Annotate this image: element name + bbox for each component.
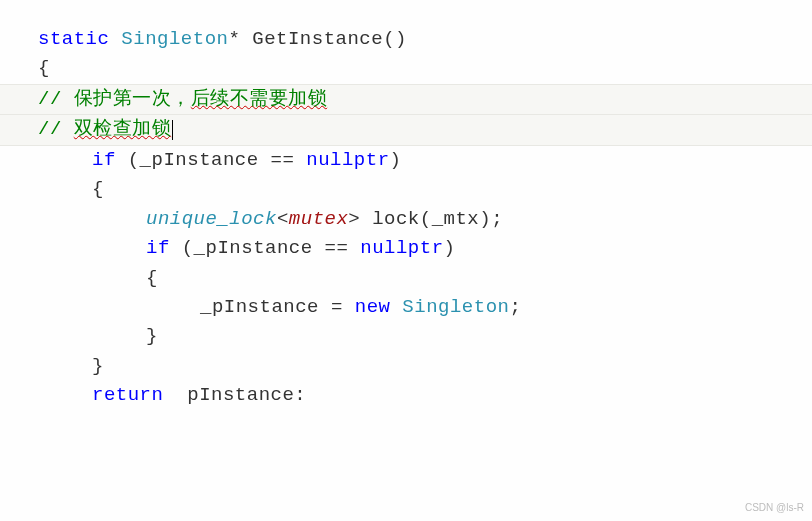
condition: (_pInstance == (170, 237, 360, 259)
semicolon: ; (509, 296, 521, 318)
text-cursor (172, 120, 173, 140)
comment-text-spellcheck: 后续不需要加锁 (191, 88, 328, 110)
comment-text: 保护第一次， (74, 88, 191, 110)
brace-close: } (146, 325, 158, 347)
code-line: return pInstance: (38, 381, 812, 410)
type-singleton: Singleton (390, 296, 509, 318)
type-singleton: Singleton (109, 28, 228, 50)
code-line: { (38, 264, 812, 293)
keyword-nullptr: nullptr (306, 149, 389, 171)
condition: (_pInstance == (116, 149, 306, 171)
keyword-nullptr: nullptr (360, 237, 443, 259)
code-line: if (_pInstance == nullptr) (38, 146, 812, 175)
code-line: } (38, 322, 812, 351)
type-mutex: mutex (289, 208, 349, 230)
comment-text-spellcheck: 双检查加锁 (74, 118, 172, 140)
code-line: { (38, 54, 812, 83)
keyword-static: static (38, 28, 109, 50)
return-expr: pInstance: (163, 384, 306, 406)
code-line: static Singleton* GetInstance() (38, 25, 812, 54)
type-unique-lock: unique_lock (146, 208, 277, 230)
comment-slashes: // (38, 88, 74, 110)
code-line-comment: // 双检查加锁 (0, 115, 812, 145)
brace-open: { (38, 57, 50, 79)
code-block: static Singleton* GetInstance() { // 保护第… (0, 25, 812, 411)
assign-lhs: _pInstance = (200, 296, 355, 318)
brace-close: } (92, 355, 104, 377)
func-sig: * GetInstance() (228, 28, 407, 50)
paren-close: ) (390, 149, 402, 171)
lock-call: > lock(_mtx); (348, 208, 503, 230)
code-line: } (38, 352, 812, 381)
code-line: { (38, 175, 812, 204)
keyword-new: new (355, 296, 391, 318)
comment-slashes: // (38, 118, 74, 140)
paren-close: ) (444, 237, 456, 259)
keyword-return: return (92, 384, 163, 406)
keyword-if: if (92, 149, 116, 171)
code-line: if (_pInstance == nullptr) (38, 234, 812, 263)
code-line-comment: // 保护第一次，后续不需要加锁 (0, 84, 812, 115)
brace-open: { (146, 267, 158, 289)
code-line: unique_lock<mutex> lock(_mtx); (38, 205, 812, 234)
brace-open: { (92, 178, 104, 200)
code-line: _pInstance = new Singleton; (38, 293, 812, 322)
keyword-if: if (146, 237, 170, 259)
angle-open: < (277, 208, 289, 230)
